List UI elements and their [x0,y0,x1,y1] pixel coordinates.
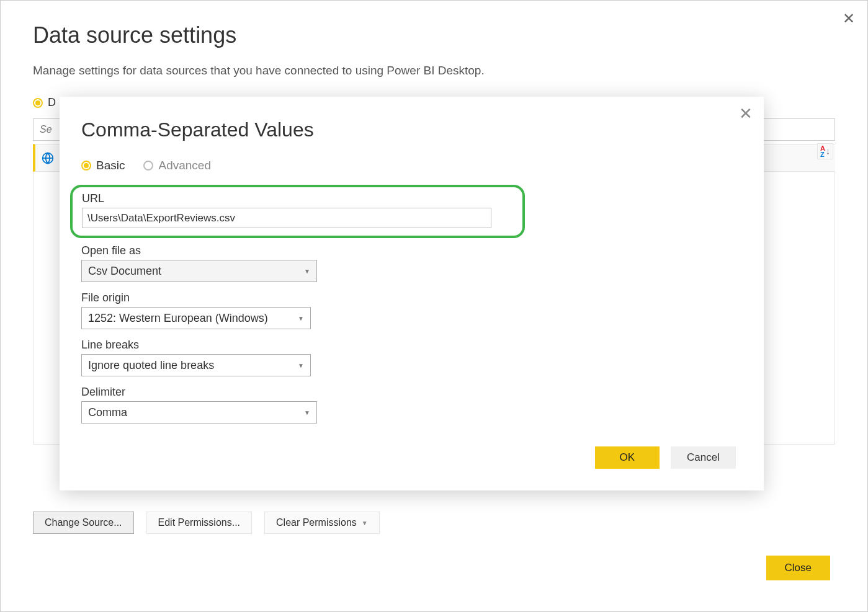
csv-settings-dialog: ✕ Comma-Separated Values Basic Advanced … [60,97,764,490]
edit-permissions-button[interactable]: Edit Permissions... [146,512,252,534]
close-icon[interactable]: ✕ [739,104,753,123]
url-input[interactable] [82,208,491,228]
change-source-button[interactable]: Change Source... [33,512,134,534]
chevron-down-icon: ▼ [362,520,368,526]
csv-dialog-title: Comma-Separated Values [81,118,742,141]
line-breaks-group: Line breaks Ignore quoted line breaks ▼ [81,339,742,376]
scope-radio[interactable]: D [33,96,56,109]
basic-radio[interactable]: Basic [81,159,125,172]
edit-permissions-label: Edit Permissions... [158,517,240,528]
line-breaks-select[interactable]: Ignore quoted line breaks ▼ [81,354,311,376]
dialog-title: Data source settings [33,22,835,48]
sort-arrow-icon: ↓ [826,146,830,156]
radio-icon [81,161,91,171]
chevron-down-icon: ▼ [298,315,304,322]
sort-z-icon: Z [820,151,825,157]
close-button[interactable]: Close [766,556,830,580]
delimiter-select[interactable]: Comma ▼ [81,401,317,424]
scope-radio-label: D [48,96,56,109]
csv-dialog-buttons: OK Cancel [595,446,736,469]
line-breaks-value: Ignore quoted line breaks [88,359,214,372]
dialog-subtitle: Manage settings for data sources that yo… [33,64,835,78]
delimiter-value: Comma [88,406,127,419]
delimiter-group: Delimiter Comma ▼ [81,386,742,424]
action-buttons-row: Change Source... Edit Permissions... Cle… [33,512,380,534]
advanced-radio-label: Advanced [158,159,211,172]
mode-radio-row: Basic Advanced [81,159,742,172]
radio-icon [143,161,153,171]
cancel-button[interactable]: Cancel [671,446,736,469]
file-origin-select[interactable]: 1252: Western European (Windows) ▼ [81,307,311,329]
open-file-as-value: Csv Document [88,265,161,278]
basic-radio-label: Basic [96,159,125,172]
file-origin-value: 1252: Western European (Windows) [88,312,268,325]
clear-permissions-label: Clear Permissions [276,517,357,528]
chevron-down-icon: ▼ [304,409,310,416]
line-breaks-label: Line breaks [81,339,742,352]
url-highlight-box: URL [70,185,525,238]
chevron-down-icon: ▼ [304,268,310,275]
clear-permissions-button[interactable]: Clear Permissions ▼ [264,512,380,534]
advanced-radio[interactable]: Advanced [143,159,211,172]
file-origin-group: File origin 1252: Western European (Wind… [81,291,742,329]
ok-button[interactable]: OK [595,446,660,469]
open-file-as-select[interactable]: Csv Document ▼ [81,260,317,282]
file-origin-label: File origin [81,291,742,304]
close-icon[interactable]: ✕ [843,10,855,27]
sort-button[interactable]: A Z ↓ [817,143,833,159]
chevron-down-icon: ▼ [298,362,304,369]
radio-icon [33,98,43,108]
open-file-as-group: Open file as Csv Document ▼ [81,244,742,282]
globe-icon [42,152,54,164]
delimiter-label: Delimiter [81,386,742,399]
open-file-as-label: Open file as [81,244,742,257]
url-label: URL [82,192,513,205]
